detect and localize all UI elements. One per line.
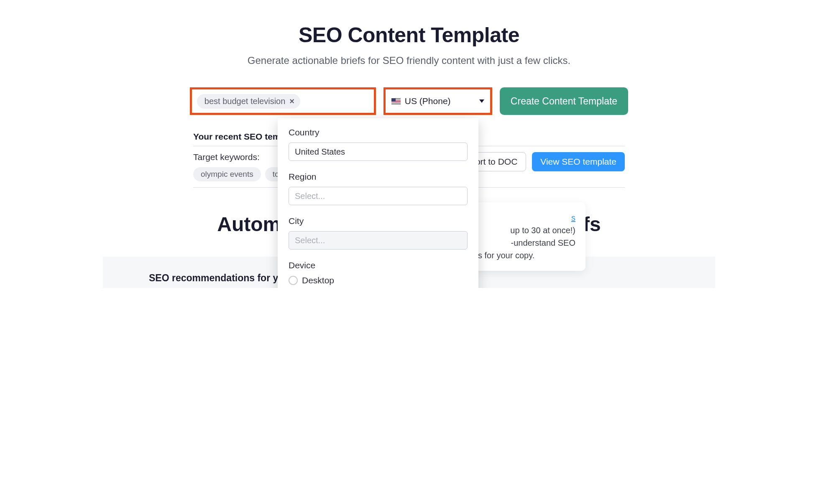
locale-select-label: US (Phone) [405, 96, 451, 106]
info-card-line1: up to 30 at once!) [510, 226, 575, 235]
search-form-row: best budget television × US (Phone) Crea… [103, 87, 715, 115]
close-icon[interactable]: × [289, 97, 294, 106]
us-flag-icon [391, 98, 401, 104]
keyword-tag[interactable]: olympic events [193, 167, 261, 181]
country-input[interactable] [289, 143, 468, 161]
radio-icon [289, 276, 298, 285]
locale-dropdown-panel: Country Region City Device Desktop Pho [278, 118, 478, 288]
city-input [289, 231, 468, 249]
keyword-chip: best budget television × [197, 94, 300, 109]
chevron-down-icon [479, 99, 484, 103]
create-template-button[interactable]: Create Content Template [500, 87, 628, 115]
page-subtitle: Generate actionable briefs for SEO frien… [103, 55, 715, 66]
keyword-chip-text: best budget television [204, 97, 285, 106]
country-label: Country [289, 127, 468, 137]
region-label: Region [289, 172, 468, 182]
device-label: Device [289, 260, 468, 270]
page-title: SEO Content Template [103, 23, 715, 47]
locale-select[interactable]: US (Phone) [383, 87, 492, 115]
device-desktop-label: Desktop [302, 275, 334, 285]
city-label: City [289, 216, 468, 226]
region-input[interactable] [289, 187, 468, 205]
view-template-button[interactable]: View SEO template [532, 152, 625, 171]
info-card-line2: -understand SEO [511, 238, 575, 247]
device-option-desktop[interactable]: Desktop [289, 275, 468, 285]
keyword-input[interactable]: best budget television × [190, 87, 376, 115]
